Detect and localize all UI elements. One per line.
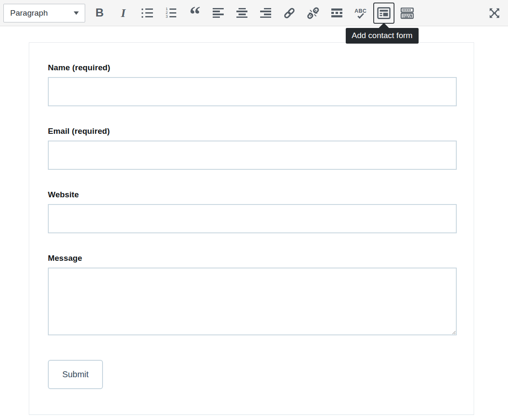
paragraph-format-value: Paragraph — [10, 8, 48, 18]
align-center-icon — [236, 8, 247, 18]
align-center-button[interactable] — [233, 5, 250, 22]
link-icon — [283, 6, 296, 20]
align-right-icon — [260, 8, 271, 18]
keyboard-icon — [400, 6, 414, 20]
name-input[interactable] — [48, 77, 457, 106]
editor-toolbar: Paragraph B I 1 2 3 “ — [0, 0, 508, 26]
add-contact-form-tooltip: Add contact form — [346, 28, 419, 44]
bulleted-list-icon — [142, 8, 153, 18]
blockquote-icon: “ — [189, 14, 200, 20]
read-more-button[interactable] — [328, 5, 345, 22]
email-input[interactable] — [48, 141, 457, 170]
website-field-label: Website — [48, 190, 456, 199]
unlink-icon — [306, 6, 320, 20]
fullscreen-icon — [488, 7, 501, 19]
align-right-button[interactable] — [257, 5, 274, 22]
bold-icon: B — [95, 7, 104, 19]
field-group-email: Email (required) — [48, 127, 456, 170]
numbered-list-icon: 1 2 3 — [165, 8, 176, 18]
website-input[interactable] — [48, 204, 457, 233]
chevron-down-icon — [74, 11, 79, 15]
fullscreen-button[interactable] — [486, 5, 503, 22]
remove-link-button[interactable] — [305, 5, 322, 22]
field-group-message: Message — [48, 254, 456, 335]
spellcheck-icon: ABC — [355, 8, 367, 17]
field-group-name: Name (required) — [48, 63, 456, 106]
field-group-website: Website — [48, 190, 456, 233]
insert-link-button[interactable] — [281, 5, 298, 22]
italic-button[interactable]: I — [115, 5, 132, 22]
message-textarea[interactable] — [48, 268, 457, 335]
editor-content-area: Name (required) Email (required) Website… — [0, 42, 508, 415]
contact-form-icon — [377, 6, 391, 20]
submit-button[interactable]: Submit — [48, 360, 103, 389]
spellcheck-button[interactable]: ABC — [352, 5, 369, 22]
align-left-button[interactable] — [210, 5, 227, 22]
email-field-label: Email (required) — [48, 127, 456, 136]
toolbar-toggle-button[interactable] — [399, 5, 416, 22]
add-contact-form-button[interactable] — [373, 3, 394, 24]
message-field-label: Message — [48, 254, 456, 263]
bold-button[interactable]: B — [91, 5, 108, 22]
numbered-list-button[interactable]: 1 2 3 — [162, 5, 179, 22]
paragraph-format-select[interactable]: Paragraph — [3, 4, 85, 22]
contact-form-preview: Name (required) Email (required) Website… — [29, 42, 474, 415]
italic-icon: I — [121, 7, 126, 19]
tooltip-arrow — [379, 23, 389, 28]
bulleted-list-button[interactable] — [139, 5, 155, 22]
blockquote-button[interactable]: “ — [186, 5, 203, 22]
name-field-label: Name (required) — [48, 63, 456, 72]
align-left-icon — [213, 8, 224, 18]
read-more-icon — [331, 8, 342, 17]
